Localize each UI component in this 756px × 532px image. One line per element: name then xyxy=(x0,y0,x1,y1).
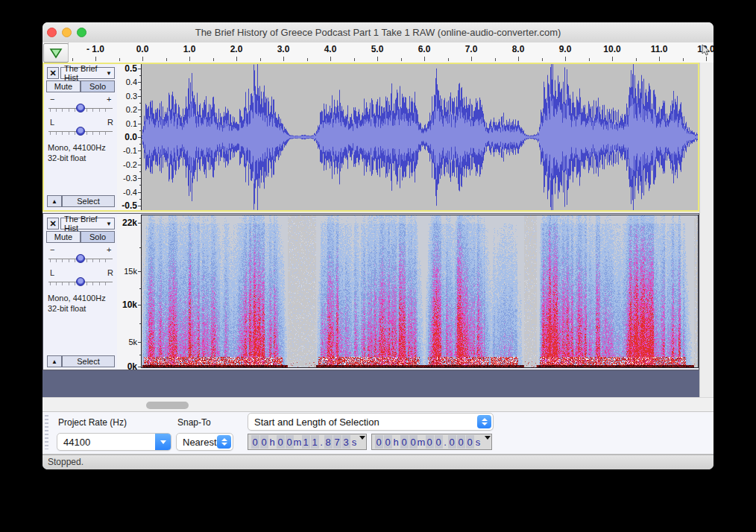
mute-button[interactable]: Mute xyxy=(46,80,81,92)
time-digit[interactable]: 7 xyxy=(333,435,341,449)
track-title-label: The Brief Hist xyxy=(64,64,106,82)
scale-label: 10k xyxy=(122,300,137,310)
time-digit[interactable]: s xyxy=(350,435,358,449)
project-rate-combobox[interactable]: 44100 xyxy=(57,433,171,451)
timeline-label: 7.0 xyxy=(465,44,478,54)
pan-slider-thumb[interactable] xyxy=(76,277,85,286)
select-track-button[interactable]: Select xyxy=(62,195,115,207)
pan-slider[interactable] xyxy=(48,276,113,287)
scale-label: -0.2 xyxy=(123,160,137,169)
scale-label: 22k xyxy=(122,218,137,228)
empty-track-area[interactable] xyxy=(42,370,699,397)
time-digit[interactable]: 8 xyxy=(324,435,333,449)
chevron-down-icon xyxy=(485,436,491,440)
vertical-scale-waveform[interactable]: 0.50.40.30.20.10.0-0.1-0.2-0.3-0.4-0.5 xyxy=(117,64,142,210)
time-digit[interactable]: . xyxy=(319,435,324,449)
time-digit[interactable]: 3 xyxy=(342,435,350,449)
selection-start-timefield[interactable]: 00h00m11.873s xyxy=(248,434,367,450)
chevron-down-icon: ▼ xyxy=(106,221,114,227)
time-digit[interactable]: 1 xyxy=(311,435,319,449)
timeline-tick xyxy=(542,58,543,61)
pan-slider-thumb[interactable] xyxy=(76,127,85,136)
snap-to-label: Snap-To xyxy=(177,417,211,428)
time-digit[interactable]: 0 xyxy=(277,435,285,449)
close-track-button[interactable]: ✕ xyxy=(47,218,59,229)
time-digit[interactable]: 0 xyxy=(409,435,418,449)
time-digit[interactable]: 0 xyxy=(466,435,474,449)
track-bitdepth-info: 32-bit float xyxy=(48,153,86,162)
time-digit[interactable]: 0 xyxy=(286,435,294,449)
timeline-label: 2.0 xyxy=(230,44,243,54)
scale-label: 5k xyxy=(128,338,137,346)
scale-label: 0.0 xyxy=(125,132,137,142)
time-digit[interactable]: 0 xyxy=(426,435,434,449)
track-title-menu[interactable]: The Brief Hist ▼ xyxy=(60,218,115,229)
timeline-tick xyxy=(612,57,613,61)
waveform-view[interactable] xyxy=(142,64,698,210)
timeline-label: 3.0 xyxy=(277,44,290,54)
solo-button[interactable]: Solo xyxy=(81,80,115,92)
timeline-ruler[interactable]: - 1.00.01.02.03.04.05.06.07.08.09.010.01… xyxy=(68,42,714,61)
timeline-tick xyxy=(636,58,637,61)
project-rate-value: 44100 xyxy=(63,437,90,448)
track-row-waveform[interactable]: ✕ The Brief Hist ▼ Mute Solo − + L R Mon… xyxy=(42,63,699,212)
time-digit[interactable]: h xyxy=(268,435,276,449)
time-digit[interactable]: s xyxy=(474,435,482,449)
timeline-label: 10.0 xyxy=(603,44,620,54)
snap-to-combobox[interactable]: Nearest xyxy=(176,433,233,451)
gain-slider-thumb[interactable] xyxy=(76,254,85,263)
timeline-tick xyxy=(72,58,73,61)
time-digit[interactable]: 0 xyxy=(435,435,443,449)
timeline-options-button[interactable] xyxy=(43,43,69,63)
spectrogram-view[interactable] xyxy=(142,215,698,367)
collapse-track-button[interactable]: ▲ xyxy=(47,195,62,207)
time-digit[interactable]: 0 xyxy=(384,435,392,449)
selection-mode-dropdown[interactable]: Start and Length of Selection xyxy=(248,413,494,431)
scale-label: -0.3 xyxy=(123,174,137,183)
scale-label: -0.5 xyxy=(122,200,137,211)
gain-slider[interactable] xyxy=(48,103,113,113)
scale-label: 0.3 xyxy=(126,92,137,101)
pan-slider[interactable] xyxy=(48,126,113,136)
gain-slider[interactable] xyxy=(48,253,113,264)
toolbar-drag-handle[interactable] xyxy=(45,415,48,449)
close-track-button[interactable]: ✕ xyxy=(47,67,59,79)
vertical-scale-spectrogram[interactable]: 22k15k10k5k0k xyxy=(117,215,142,369)
title-bar[interactable]: The Brief History of Greece Podcast Part… xyxy=(42,22,714,43)
status-text: Stopped. xyxy=(48,457,84,467)
spectrogram-canvas[interactable] xyxy=(142,215,698,367)
time-digit[interactable]: 0 xyxy=(448,435,456,449)
timeline-label: 6.0 xyxy=(418,44,431,54)
timeline-tick xyxy=(401,58,402,61)
time-digit[interactable]: 0 xyxy=(400,435,409,449)
time-digit[interactable]: m xyxy=(294,435,301,449)
solo-button[interactable]: Solo xyxy=(81,231,115,243)
horizontal-scrollbar-thumb[interactable] xyxy=(146,402,189,409)
timeline-ruler-bar: - 1.00.01.02.03.04.05.06.07.08.09.010.01… xyxy=(42,42,714,64)
time-digit[interactable]: m xyxy=(418,435,425,449)
stepper-icon xyxy=(477,415,491,428)
time-digit[interactable]: 0 xyxy=(375,435,383,449)
gain-slider-thumb[interactable] xyxy=(76,104,85,113)
track-bitdepth-info: 32-bit float xyxy=(48,304,86,313)
selection-length-timefield[interactable]: 00h00m00.000s xyxy=(371,434,492,450)
vertical-scrollbar[interactable] xyxy=(699,63,714,397)
time-digit[interactable]: 1 xyxy=(302,435,310,449)
mute-button[interactable]: Mute xyxy=(46,231,81,243)
time-digit[interactable]: 0 xyxy=(251,435,259,449)
time-digit[interactable]: 0 xyxy=(260,435,268,449)
window-title: The Brief History of Greece Podcast Part… xyxy=(42,22,714,42)
time-digit[interactable]: h xyxy=(392,435,400,449)
track-row-spectrogram[interactable]: ✕ The Brief Hist ▼ Mute Solo − + L R Mon… xyxy=(42,213,699,370)
waveform-canvas[interactable] xyxy=(142,64,698,210)
select-track-button[interactable]: Select xyxy=(62,355,115,367)
horizontal-scrollbar[interactable] xyxy=(42,397,714,412)
chevron-down-icon xyxy=(359,436,365,440)
timeline-tick xyxy=(330,57,331,61)
time-digit[interactable]: . xyxy=(443,435,447,449)
timeline-label: 5.0 xyxy=(371,44,384,54)
time-digit[interactable]: 0 xyxy=(457,435,465,449)
track-title-menu[interactable]: The Brief Hist ▼ xyxy=(60,67,115,79)
collapse-track-button[interactable]: ▲ xyxy=(47,355,62,367)
timeline-label: 0.0 xyxy=(136,44,149,54)
